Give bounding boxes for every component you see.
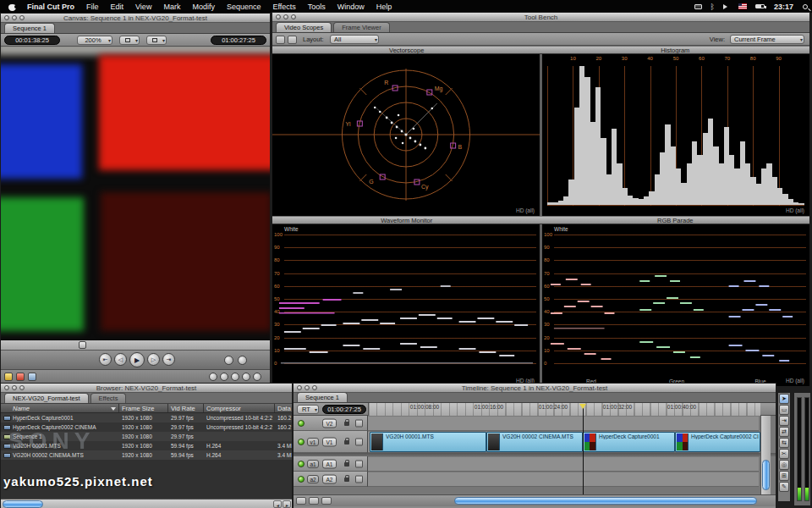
close-icon[interactable] — [297, 385, 302, 390]
auto-select-toggle[interactable] — [355, 419, 363, 427]
marker-pen-icon[interactable] — [4, 373, 13, 381]
column-data-rate[interactable]: Data Rate — [275, 404, 292, 412]
go-to-in-button[interactable]: ⇤ — [99, 353, 112, 366]
lock-icon[interactable] — [344, 462, 349, 467]
browser-row[interactable]: VG20H 00001.MTS1920 x 1080 59.94 fpsH.26… — [1, 441, 292, 450]
menu-mark[interactable]: Mark — [157, 3, 186, 11]
track-source-v1[interactable]: v1 — [307, 438, 319, 446]
scrollbar-thumb[interactable] — [3, 500, 43, 508]
zoom-slider[interactable] — [321, 497, 332, 505]
browser-titlebar[interactable]: Browser: NEX-VG20_Format-test — [1, 384, 292, 393]
timeline-clip[interactable]: HyperDeck Capture0001 — [583, 432, 675, 452]
close-icon[interactable] — [4, 15, 9, 20]
browser-row[interactable]: HyperDeck Capture0002 CINEMA1920 x 1080 … — [1, 422, 292, 432]
track-content-v2[interactable] — [368, 416, 759, 431]
tab-video-scopes[interactable]: Video Scopes — [276, 22, 332, 32]
menu-view[interactable]: View — [129, 3, 157, 11]
menu-edit[interactable]: Edit — [105, 3, 130, 11]
tool-crop-button[interactable]: ⊞ — [779, 471, 789, 481]
browser-row[interactable]: HyperDeck Capture00011920 x 1080 29.97 f… — [1, 413, 292, 422]
menu-app-name[interactable]: Final Cut Pro — [21, 3, 80, 11]
zoom-icon[interactable] — [19, 385, 25, 390]
track-source-a2[interactable]: a2 — [307, 475, 319, 483]
canvas-current-timecode[interactable]: 01:00:27:25 — [211, 36, 266, 45]
fit-to-fill-button[interactable] — [242, 373, 250, 381]
timeline-clip[interactable]: HyperDeck Capture0002 CINEMA — [675, 432, 760, 452]
menu-window[interactable]: Window — [332, 3, 370, 11]
track-content-a1[interactable] — [368, 456, 759, 472]
auto-select-toggle[interactable] — [355, 475, 363, 483]
timeline-titlebar[interactable]: Timeline: Sequence 1 in NEX-VG20_Format-… — [294, 384, 776, 393]
mark-clip-button[interactable] — [238, 356, 247, 365]
scroll-left-icon[interactable]: ◂ — [273, 500, 282, 508]
auto-select-toggle[interactable] — [355, 460, 363, 467]
battery-icon[interactable] — [751, 4, 769, 8]
zoom-icon[interactable] — [291, 14, 296, 19]
superimpose-button[interactable] — [253, 373, 261, 381]
canvas-view-popup[interactable] — [119, 36, 140, 45]
browser-horizontal-scrollbar[interactable]: ◂ ▸ — [1, 499, 292, 508]
apple-menu-icon[interactable] — [0, 3, 21, 11]
rt-popup[interactable]: RT — [297, 405, 319, 414]
go-to-out-button[interactable]: ⇥ — [162, 353, 175, 366]
play-in-to-out-button[interactable]: ◁ — [114, 353, 127, 366]
scope-option-icon[interactable] — [276, 36, 285, 44]
column-compressor[interactable]: Compressor — [204, 404, 275, 412]
tool-track-select-button[interactable]: ⇥ — [779, 416, 789, 426]
timeline-ruler[interactable]: 01:00:08:00 01:00:16:00 01:00:24:00 01:0… — [368, 403, 760, 416]
play-button[interactable]: ▶ — [129, 352, 145, 367]
column-name[interactable]: Name — [1, 404, 119, 412]
track-content-a2[interactable] — [368, 472, 759, 487]
lock-icon[interactable] — [344, 478, 349, 482]
bluetooth-icon[interactable]: ᛒ — [706, 3, 719, 11]
scrollbar-thumb[interactable] — [762, 460, 770, 490]
tool-slip-button[interactable]: ⇆ — [779, 438, 789, 448]
insert-edit-button[interactable] — [209, 373, 217, 381]
track-content-v1[interactable]: VG20H 00001.MTS VG20H 00002 CINEMA.MTS H… — [368, 431, 759, 453]
match-frame-button[interactable] — [224, 356, 233, 365]
scroll-right-icon[interactable]: ▸ — [283, 500, 291, 508]
minimize-icon[interactable] — [12, 385, 17, 390]
track-audible-icon[interactable] — [298, 476, 304, 483]
zoom-icon[interactable] — [19, 15, 25, 20]
track-source-a1[interactable]: a1 — [307, 460, 319, 468]
timeline-clip[interactable]: VG20H 00001.MTS — [370, 432, 486, 452]
lock-icon[interactable] — [344, 422, 349, 426]
tool-edit-selection-button[interactable]: ▭ — [779, 405, 789, 415]
tool-roll-button[interactable]: ⇄ — [779, 427, 789, 437]
timeline-current-timecode[interactable]: 01:00:27:25 — [322, 405, 366, 414]
input-language-flag-icon[interactable] — [734, 3, 751, 9]
filmstrip-icon[interactable] — [28, 373, 36, 381]
tool-zoom-button[interactable]: ◎ — [779, 460, 789, 470]
timeline-horizontal-scrollbar[interactable] — [454, 497, 757, 505]
canvas-tab-sequence[interactable]: Sequence 1 — [4, 23, 55, 33]
menu-effects[interactable]: Effects — [266, 3, 301, 11]
tab-frame-viewer[interactable]: Frame Viewer — [333, 22, 390, 32]
play-around-button[interactable]: ▷ — [147, 353, 160, 366]
track-dest-v2[interactable]: V2 — [322, 418, 337, 428]
menu-modify[interactable]: Modify — [186, 3, 221, 11]
auto-select-toggle[interactable] — [355, 438, 363, 445]
layout-popup[interactable]: All — [330, 35, 379, 44]
replace-edit-button[interactable] — [231, 373, 239, 381]
track-dest-a2[interactable]: A2 — [322, 474, 337, 483]
browser-row[interactable]: Sequence 11920 x 1080 29.97 fps — [1, 432, 292, 441]
timeline-vertical-scrollbar[interactable] — [760, 416, 771, 494]
track-visibility-icon[interactable] — [298, 420, 304, 427]
column-frame-size[interactable]: Frame Size — [119, 404, 168, 412]
canvas-titlebar[interactable]: Canvas: Sequence 1 in NEX-VG20_Format-te… — [1, 14, 270, 23]
minimize-icon[interactable] — [304, 385, 310, 390]
menu-tools[interactable]: Tools — [302, 3, 332, 11]
menu-sequence[interactable]: Sequence — [221, 3, 267, 11]
menu-clock[interactable]: 23:17 — [769, 3, 798, 11]
minimize-icon[interactable] — [12, 15, 17, 20]
track-audible-icon[interactable] — [298, 461, 304, 467]
canvas-scrubber[interactable] — [1, 340, 270, 351]
close-icon[interactable] — [4, 385, 9, 390]
tool-razor-button[interactable]: ✂ — [779, 449, 789, 459]
menu-file[interactable]: File — [80, 3, 105, 11]
scrubber-handle[interactable] — [79, 341, 86, 349]
playhead[interactable] — [583, 404, 584, 494]
track-dest-v1[interactable]: V1 — [322, 437, 337, 446]
lock-icon[interactable] — [344, 440, 349, 444]
